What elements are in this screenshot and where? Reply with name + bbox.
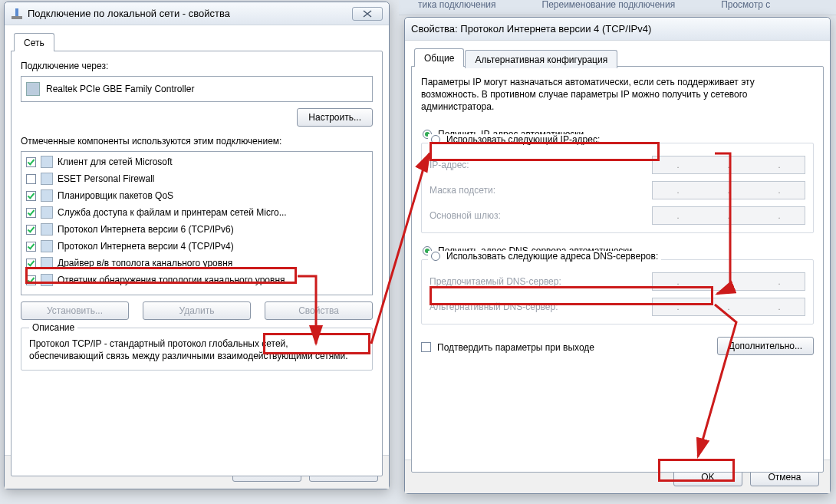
close-button[interactable]	[352, 7, 383, 21]
list-item[interactable]: ESET Personal Firewall	[21, 170, 372, 187]
connection-properties-window: Подключение по локальной сети - свойства…	[4, 2, 390, 489]
remove-button[interactable]: Удалить	[143, 301, 251, 320]
list-item[interactable]: Служба доступа к файлам и принтерам сете…	[21, 204, 372, 221]
client-icon	[41, 156, 53, 168]
list-item[interactable]: Клиент для сетей Microsoft	[21, 153, 372, 170]
gateway-input: ...	[652, 206, 805, 225]
properties-button[interactable]: Свойства	[265, 301, 373, 320]
description-text: Протокол TCP/IP - стандартный протокол г…	[29, 338, 364, 362]
checkbox[interactable]	[26, 174, 36, 184]
checkbox[interactable]	[26, 225, 36, 235]
close-icon	[362, 10, 373, 18]
ip-manual-block: Использовать следующий IP-адрес: IP-адре…	[421, 143, 814, 233]
gateway-label: Основной шлюз:	[430, 210, 652, 221]
components-label: Отмеченные компоненты используются этим …	[21, 136, 373, 147]
configure-button[interactable]: Настроить...	[297, 108, 373, 127]
tab-alt-config[interactable]: Альтернативная конфигурация	[465, 50, 617, 68]
tab-pane-general: Параметры IP могут назначаться автоматич…	[411, 66, 824, 473]
background-toolbar: тика подключения Переименование подключе…	[399, 0, 836, 15]
ipv6-icon	[41, 223, 53, 236]
description-group: Описание Протокол TCP/IP - стандартный п…	[21, 328, 373, 371]
titlebar[interactable]: Свойства: Протокол Интернета версии 4 (T…	[405, 18, 830, 41]
pref-dns-input: ...	[652, 272, 805, 291]
checkbox[interactable]	[26, 275, 36, 285]
list-item[interactable]: Ответчик обнаружения топологии канальног…	[21, 272, 372, 288]
pref-dns-label: Предпочитаемый DNS-сервер:	[430, 276, 652, 287]
ipv4-icon	[41, 240, 53, 252]
ip-address-input: ...	[652, 156, 805, 174]
list-item[interactable]: Планировщик пакетов QoS	[21, 187, 372, 204]
checkbox[interactable]	[26, 191, 36, 201]
bg-item: Переименование подключения	[542, 0, 676, 10]
description-legend: Описание	[29, 322, 77, 333]
firewall-icon	[41, 173, 53, 185]
checkbox[interactable]	[26, 208, 36, 218]
list-item[interactable]: Протокол Интернета версии 6 (TCP/IPv6)	[21, 221, 372, 238]
connect-via-label: Подключение через:	[21, 61, 373, 71]
list-item-ipv4[interactable]: Протокол Интернета версии 4 (TCP/IPv4)	[21, 238, 372, 255]
lltd-mapper-icon	[41, 257, 53, 269]
dns-manual-block: Использовать следующие адреса DNS-сервер…	[421, 259, 814, 324]
radio-ip-manual[interactable]: Использовать следующий IP-адрес:	[428, 134, 603, 145]
explanation-text: Параметры IP могут назначаться автоматич…	[421, 76, 814, 114]
list-item[interactable]: Драйвер в/в тополога канального уровня	[21, 255, 372, 272]
fileshare-icon	[41, 206, 53, 219]
window-title: Свойства: Протокол Интернета версии 4 (T…	[411, 23, 824, 35]
ip-address-label: IP-адрес:	[430, 160, 652, 170]
svg-rect-1	[12, 16, 22, 19]
checkbox[interactable]	[26, 157, 36, 167]
ipv4-properties-window: Свойства: Протокол Интернета версии 4 (T…	[404, 17, 831, 494]
tab-pane-network: Подключение через: Realtek PCIe GBE Fami…	[11, 51, 383, 476]
checkbox[interactable]	[26, 242, 36, 252]
advanced-button[interactable]: Дополнительно...	[717, 337, 814, 355]
checkbox[interactable]	[26, 259, 36, 268]
radio-dns-manual[interactable]: Использовать следующие адреса DNS-сервер…	[428, 251, 661, 262]
radio-icon	[431, 135, 440, 144]
qos-icon	[41, 189, 53, 202]
adapter-name: Realtek PCIe GBE Family Controller	[46, 84, 194, 94]
titlebar[interactable]: Подключение по локальной сети - свойства	[5, 2, 389, 25]
install-button[interactable]: Установить...	[21, 301, 129, 320]
svg-rect-0	[15, 8, 18, 16]
network-adapter-icon	[11, 8, 23, 20]
components-list[interactable]: Клиент для сетей Microsoft ESET Personal…	[21, 151, 373, 295]
validate-on-exit-checkbox[interactable]: Подтвердить параметры при выходе	[421, 342, 594, 353]
bg-item: тика подключения	[418, 0, 496, 10]
lltd-responder-icon	[41, 274, 53, 286]
alt-dns-label: Альтернативный DNS-сервер:	[430, 301, 652, 312]
adapter-icon	[26, 82, 40, 96]
tab-general[interactable]: Общие	[414, 48, 464, 67]
adapter-box[interactable]: Realtek PCIe GBE Family Controller	[21, 76, 373, 102]
alt-dns-input: ...	[652, 298, 805, 316]
window-title: Подключение по локальной сети - свойства	[28, 8, 352, 19]
tab-network[interactable]: Сеть	[14, 33, 54, 51]
bg-item: Просмотр с	[721, 0, 770, 10]
subnet-mask-label: Маска подсети:	[430, 185, 652, 196]
checkbox-icon	[421, 342, 431, 352]
radio-icon	[431, 252, 440, 261]
subnet-mask-input: ...	[652, 181, 805, 199]
